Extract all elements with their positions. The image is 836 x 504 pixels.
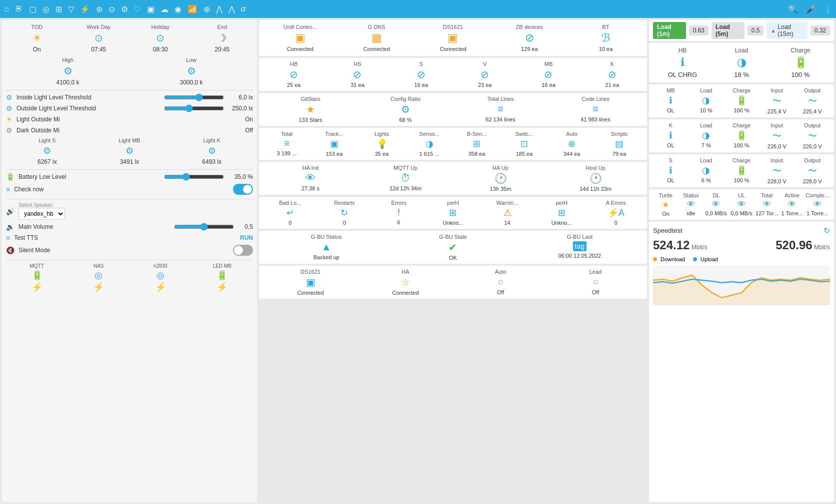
light-s-icon: ⚙ <box>43 145 51 156</box>
mb-input-icon: 〜 <box>772 95 782 107</box>
totallines-label: Total Lines <box>488 96 514 102</box>
mb-load-cell: Load ◑ 10 % <box>688 87 724 114</box>
antenna1-icon[interactable]: ⋀ <box>216 4 222 14</box>
volume-slider[interactable] <box>174 223 234 231</box>
unifi-contro-icon: ▣ <box>295 31 306 44</box>
gdns-icon: ▦ <box>372 31 382 44</box>
shield-icon[interactable]: ⛨ <box>15 4 23 13</box>
grid-icon[interactable]: ⊞ <box>56 4 62 14</box>
brightness-low: Low ⚙ 3000,0 k <box>130 57 253 86</box>
track-auto-icon: ⊕ <box>568 138 576 149</box>
mqtt-label: MQTT <box>30 263 44 269</box>
hlc-grid: HB ℹ OL CHRG Load ◑ 18 % Charge 🔋 100 % <box>653 47 830 78</box>
k-grid: K ℹ OL Load ◑ 7 % Charge 🔋 100 % Input 〜 <box>653 122 830 149</box>
tod-cell-holiday: Holiday ⊙ 08:30 <box>130 24 192 53</box>
hb-mb-cell: MB ⊘ 16 ea <box>518 61 579 88</box>
outside-threshold-slider[interactable] <box>164 104 224 112</box>
turtle-icon: ★ <box>662 200 669 209</box>
tod-cell-end: End ☽ 20:45 <box>192 24 254 53</box>
speaker-select[interactable]: yandex_hb <box>18 208 65 220</box>
circle-icon[interactable]: ◎ <box>42 4 50 14</box>
wifi-icon[interactable]: ⊛ <box>96 4 102 14</box>
light-outside-mi-row: ☀ Light Outside Mi On <box>6 115 253 123</box>
globe-icon[interactable]: ◉ <box>174 4 182 14</box>
gbu-last-icon: tag <box>573 241 586 251</box>
light-outside-value: On <box>245 116 253 123</box>
cloud-icon[interactable]: ☁ <box>160 4 168 14</box>
track-switch-label: Switc... <box>516 131 533 137</box>
brightness-high-icon: ⚙ <box>64 65 72 77</box>
brightness-low-value: 3000,0 k <box>180 79 202 86</box>
ds1621-bottom-icon: ▣ <box>306 276 316 288</box>
mb-charge-icon: 🔋 <box>736 95 747 106</box>
ha-init-icon: 👁 <box>306 172 316 184</box>
totallines-value: 62 134 lines <box>486 116 515 122</box>
inside-threshold-slider[interactable] <box>164 93 224 101</box>
light-mb-label: Light MB <box>118 137 140 143</box>
silent-toggle[interactable] <box>233 245 253 256</box>
nas-bolt-icon: ⚡ <box>93 282 104 293</box>
totallines-icon: ≡ <box>498 103 504 115</box>
k-charge-cell: Charge 🔋 100 % <box>724 122 760 149</box>
home-icon[interactable]: ⌂ <box>4 4 9 13</box>
heart-icon[interactable]: ♡ <box>134 4 141 14</box>
battery-low-icon: 🔋 <box>6 173 14 181</box>
track-bsen-value: 358 ea <box>468 151 486 157</box>
menu-dots-icon[interactable]: ⋮ <box>824 4 832 14</box>
outside-threshold-value: 250,0 lx <box>228 105 253 112</box>
light-s-cell: Light S ⚙ 6267 lx <box>6 137 88 165</box>
window-icon[interactable]: ▢ <box>29 4 36 14</box>
active-icon: 👁 <box>788 200 796 209</box>
workday-value: 07:45 <box>91 46 106 53</box>
mic-icon[interactable]: 🎤 <box>806 4 816 14</box>
mqtt-icon: 🔋 <box>32 270 42 281</box>
hb-s-cell: S ⊘ 16 ea <box>390 61 452 88</box>
speedtest-title: Speedtest <box>653 227 682 234</box>
track-total-cell: Total ≡ 3 199 ... <box>263 131 310 157</box>
load5m-label: Load (5m) <box>716 23 740 37</box>
gdns-value: Connected <box>364 46 390 52</box>
run-button[interactable]: RUN <box>240 234 253 241</box>
hb-mb-icon: ⊘ <box>544 68 552 80</box>
k-name-label: K <box>669 122 672 128</box>
hlc-hb-label: HB <box>678 47 687 54</box>
antenna2-icon[interactable]: ⋀ <box>228 4 235 14</box>
bolt-icon[interactable]: ⚡ <box>80 4 90 14</box>
speaker-select-label: Select Speaker: <box>18 202 253 208</box>
hlc-charge-value: 100 % <box>792 71 810 78</box>
speedtest-refresh-icon[interactable]: ↻ <box>824 226 830 235</box>
brightness-low-icon: ⚙ <box>187 65 196 77</box>
s-charge-icon: 🔋 <box>736 165 747 176</box>
settings-icon[interactable]: ⚙ <box>121 4 128 14</box>
camera-icon[interactable]: ⊙ <box>108 4 115 14</box>
silent-icon: 🔇 <box>6 246 14 254</box>
light-mb-cell: Light MB ⚙ 3491 lx <box>88 137 171 165</box>
track-bsen-cell: B-Sen... ⊞ 358 ea <box>453 131 500 157</box>
filter-icon[interactable]: ▽ <box>68 4 74 14</box>
dshauto-panel: DS1621 ▣ Connected HA ☆ Connected Auto ○… <box>259 266 647 299</box>
bad-logins-value: 0 <box>288 220 292 226</box>
complete-cell: Comple... 👁 1 Torre... <box>804 192 830 217</box>
checknow-toggle[interactable] <box>233 184 253 195</box>
tv-icon[interactable]: ▣ <box>147 4 154 14</box>
turtle-value: On <box>662 211 670 217</box>
signal-icon[interactable]: 📶 <box>188 4 198 14</box>
codelines-value: 41 983 lines <box>580 116 610 122</box>
aerrors-value: 0 <box>614 220 618 226</box>
track-scripts-cell: Scripts ▤ 79 ea <box>596 131 643 157</box>
hb-hs-label: HS <box>354 61 361 67</box>
configratio-value: 68 % <box>399 117 412 123</box>
mb-load-value: 10 % <box>700 107 712 113</box>
ha-init-value: 27,38 s <box>302 185 320 191</box>
gbu-stale-icon: ✔ <box>448 241 457 253</box>
load1m-badge: Load (1m) <box>653 22 686 39</box>
search-icon[interactable]: 🔍 <box>788 4 798 14</box>
hb-v-cell: V ⊘ 23 ea <box>454 61 516 88</box>
gitstars-icon: ★ <box>306 103 315 115</box>
dl-label: DL <box>712 192 720 198</box>
battery-low-slider[interactable] <box>164 173 224 181</box>
speedtest-header: Speedtest ↻ <box>653 226 830 235</box>
alpha-icon[interactable]: α <box>241 4 246 13</box>
light-outside-label: Light Outside Mi <box>16 116 241 123</box>
router-icon[interactable]: ⊕ <box>204 4 210 14</box>
